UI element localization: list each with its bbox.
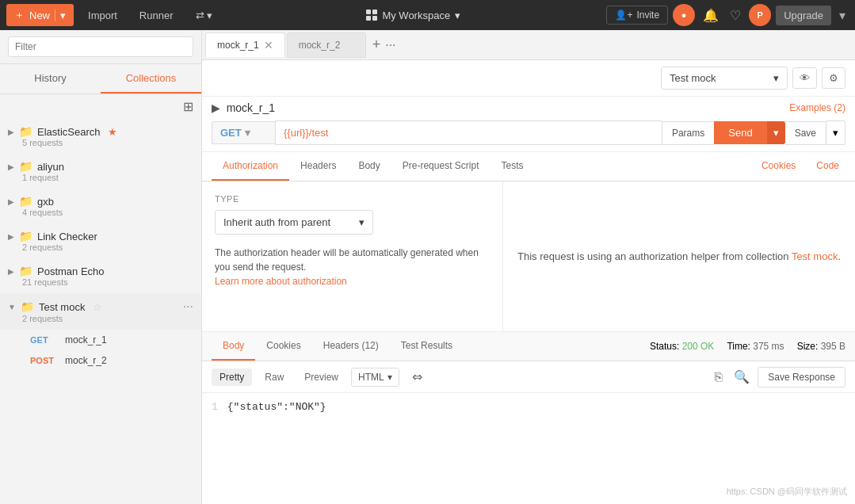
- tab-body[interactable]: Body: [347, 152, 391, 181]
- tab-mock-r1[interactable]: mock_r_1 ✕: [205, 32, 285, 57]
- request-breadcrumb-row: ▶ mock_r_1 Examples (2): [202, 97, 855, 114]
- more-options-icon[interactable]: ···: [183, 300, 193, 314]
- sync-button[interactable]: ⇄ ▾: [188, 6, 221, 25]
- star-empty-icon: ☆: [93, 301, 102, 313]
- tab-history[interactable]: History: [0, 64, 101, 94]
- examples-link[interactable]: Examples (2): [789, 102, 845, 113]
- add-collection-button[interactable]: ⊞: [183, 99, 193, 114]
- tab-authorization[interactable]: Authorization: [212, 152, 289, 181]
- list-item[interactable]: ▶ 📁 gxb 4 requests: [0, 189, 201, 223]
- learn-more-link[interactable]: Learn more about authorization: [215, 276, 347, 287]
- collection-name: Postman Echo: [37, 265, 105, 277]
- collection-count: 5 requests: [22, 138, 193, 147]
- breadcrumb: mock_r_1: [227, 101, 275, 114]
- tab-pre-request[interactable]: Pre-request Script: [391, 152, 490, 181]
- plus-icon: ＋: [14, 8, 25, 22]
- copy-button[interactable]: ⎘: [712, 367, 726, 388]
- arrow-icon: ▶: [8, 197, 14, 206]
- auth-tabs: Authorization Headers Body Pre-request S…: [202, 152, 855, 181]
- auth-tab-links: Cookies Code: [755, 152, 845, 181]
- response-tab-cookies[interactable]: Cookies: [255, 332, 311, 361]
- tab-tests[interactable]: Tests: [490, 152, 534, 181]
- workspace-chevron-icon: ▾: [455, 10, 460, 21]
- add-tab-button[interactable]: +: [368, 36, 386, 53]
- tab-collections[interactable]: Collections: [101, 64, 201, 94]
- tab-headers[interactable]: Headers: [289, 152, 347, 181]
- heart-icon[interactable]: ♡: [727, 5, 744, 26]
- format-preview-button[interactable]: Preview: [296, 368, 346, 386]
- sync-status-icon: ●: [673, 4, 695, 26]
- collection-name: gxb: [37, 196, 54, 208]
- list-item[interactable]: POST mock_r_2: [24, 350, 201, 371]
- code-link[interactable]: Code: [810, 152, 845, 181]
- cookies-link[interactable]: Cookies: [755, 152, 802, 181]
- save-response-button[interactable]: Save Response: [758, 367, 845, 388]
- format-type-label: HTML: [358, 372, 384, 383]
- upgrade-button[interactable]: Upgrade: [776, 6, 831, 25]
- mock-chevron-icon: ▾: [773, 72, 779, 84]
- search-icon[interactable]: 🔍: [731, 366, 753, 388]
- response-tab-headers[interactable]: Headers (12): [312, 332, 390, 361]
- folder-icon: 📁: [19, 265, 32, 277]
- auth-type-select[interactable]: Inherit auth from parent ▾: [215, 210, 373, 235]
- save-button[interactable]: Save: [785, 121, 826, 145]
- eye-icon[interactable]: 👁: [792, 67, 817, 89]
- filter-input[interactable]: [8, 36, 193, 57]
- collection-count: 2 requests: [22, 314, 193, 323]
- content-area: mock_r_1 ✕ mock_r_2 + ··· Test mock ▾ 👁 …: [202, 30, 855, 504]
- response-tab-tests[interactable]: Test Results: [390, 332, 464, 361]
- auth-helper-text: This request is using an authorization h…: [517, 250, 841, 262]
- auth-chevron-icon: ▾: [359, 216, 365, 228]
- workspace-button[interactable]: My Workspace ▾: [366, 10, 460, 21]
- collection-link[interactable]: Test mock: [792, 250, 838, 262]
- avatar[interactable]: P: [749, 4, 771, 26]
- auth-description: The authorization header will be automat…: [215, 246, 490, 288]
- tab-more-button[interactable]: ···: [385, 38, 395, 52]
- mock-select[interactable]: Test mock ▾: [661, 67, 788, 90]
- sidebar-actions: ⊞: [0, 94, 201, 119]
- runner-button[interactable]: Runner: [132, 6, 181, 25]
- upgrade-chevron-icon[interactable]: ▾: [836, 5, 849, 26]
- folder-icon: 📁: [19, 160, 32, 173]
- method-select[interactable]: GET ▾: [212, 121, 275, 144]
- list-item[interactable]: ▶ 📁 ElasticSearch ★ 5 requests: [0, 119, 201, 154]
- new-label: New: [29, 10, 50, 21]
- url-input[interactable]: [275, 120, 662, 145]
- sidebar-search-row: [0, 30, 201, 64]
- sidebar: History Collections ⊞ ▶ 📁 ElasticSearch …: [0, 30, 202, 504]
- tab-mock-r2[interactable]: mock_r_2: [287, 32, 366, 58]
- list-item[interactable]: ▶ 📁 Postman Echo 21 requests: [0, 258, 201, 293]
- watermark: https: CSDN @码同学软件测试: [727, 486, 847, 498]
- auth-type-label: TYPE: [215, 194, 490, 204]
- send-button[interactable]: Send: [714, 121, 766, 144]
- save-chevron-button[interactable]: ▾: [826, 120, 845, 145]
- format-raw-button[interactable]: Raw: [257, 368, 292, 386]
- status-badge: Status: 200 OK: [650, 341, 714, 352]
- collection-name: aliyun: [37, 161, 64, 173]
- auth-left-panel: TYPE Inherit auth from parent ▾ The auth…: [202, 181, 503, 331]
- format-pretty-button[interactable]: Pretty: [212, 368, 252, 386]
- params-button[interactable]: Params: [662, 121, 714, 145]
- bell-icon[interactable]: 🔔: [700, 5, 722, 26]
- new-button[interactable]: ＋ New ▾: [6, 4, 74, 26]
- settings-icon[interactable]: ⚙: [822, 67, 845, 89]
- mock-select-label: Test mock: [670, 72, 716, 84]
- list-item[interactable]: ▶ 📁 Link Checker 2 requests: [0, 223, 201, 258]
- format-type-select[interactable]: HTML ▾: [351, 368, 399, 387]
- workspace-label: My Workspace: [382, 10, 450, 21]
- list-item[interactable]: ▶ 📁 aliyun 1 request: [0, 154, 201, 189]
- tab-close-icon[interactable]: ✕: [264, 40, 273, 51]
- send-chevron-button[interactable]: ▾: [767, 121, 785, 144]
- response-tab-body[interactable]: Body: [212, 332, 255, 361]
- list-item[interactable]: GET mock_r_1: [24, 330, 201, 350]
- invite-button[interactable]: 👤+ Invite: [606, 6, 668, 25]
- auth-right-panel: This request is using an authorization h…: [503, 181, 855, 331]
- arrow-icon: ▼: [8, 303, 16, 311]
- response-time: Time: 375 ms: [727, 341, 784, 352]
- response-size: Size: 395 B: [797, 341, 845, 352]
- list-item-active[interactable]: ▼ 📁 Test mock ☆ ··· 2 requests: [0, 293, 201, 330]
- request-name: mock_r_2: [65, 355, 107, 366]
- wrap-button[interactable]: ⇔: [404, 366, 430, 388]
- import-button[interactable]: Import: [80, 6, 125, 25]
- folder-icon: 📁: [19, 125, 32, 138]
